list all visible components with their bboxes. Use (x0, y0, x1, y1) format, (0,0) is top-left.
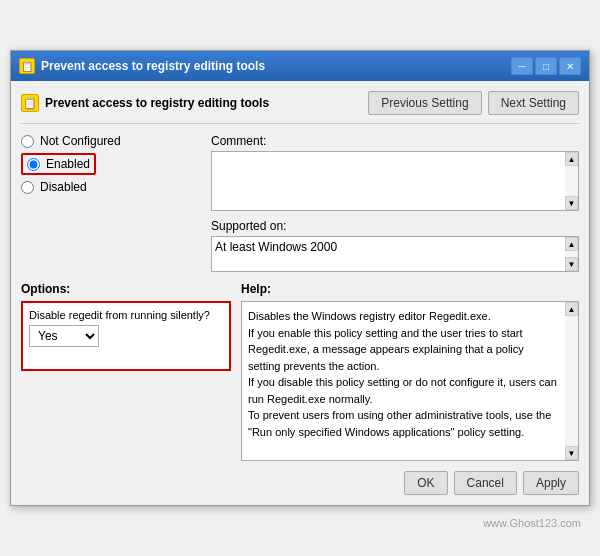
disabled-radio-item[interactable]: Disabled (21, 180, 201, 194)
supported-wrap: At least Windows 2000 ▲ ▼ (211, 236, 579, 272)
help-scroll-up[interactable]: ▲ (565, 302, 578, 316)
supported-value: At least Windows 2000 (211, 236, 565, 272)
main-window: 📋 Prevent access to registry editing too… (10, 50, 590, 506)
header-row: 📋 Prevent access to registry editing too… (21, 91, 579, 124)
title-bar-left: 📋 Prevent access to registry editing too… (19, 58, 265, 74)
action-buttons: OK Cancel Apply (21, 471, 579, 495)
enabled-radio[interactable] (27, 158, 40, 171)
comment-scroll-track (565, 166, 578, 196)
window-title: Prevent access to registry editing tools (41, 59, 265, 73)
enabled-label[interactable]: Enabled (46, 157, 90, 171)
options-help-row: Options: Disable regedit from running si… (21, 282, 579, 461)
supported-scroll-up[interactable]: ▲ (565, 237, 578, 251)
ok-button[interactable]: OK (404, 471, 447, 495)
help-content: Disables the Windows registry editor Reg… (241, 301, 565, 461)
comment-scrollbar-wrap: ▲ ▼ (211, 151, 579, 211)
header-buttons: Previous Setting Next Setting (368, 91, 579, 115)
supported-scroll-down[interactable]: ▼ (565, 257, 578, 271)
comment-area: Comment: ▲ ▼ Supported on: At least Wind… (211, 134, 579, 272)
supported-section: Supported on: At least Windows 2000 ▲ ▼ (211, 219, 579, 272)
close-button[interactable]: ✕ (559, 57, 581, 75)
yes-no-select[interactable]: Yes No (29, 325, 99, 347)
help-para-1: Disables the Windows registry editor Reg… (248, 308, 559, 325)
select-wrapper[interactable]: Yes No (29, 325, 99, 347)
top-section: Not Configured Enabled Disabled Comment: (21, 134, 579, 272)
option-question: Disable regedit from running silently? (29, 309, 223, 321)
help-scrollbar-wrap: Disables the Windows registry editor Reg… (241, 301, 579, 461)
cancel-button[interactable]: Cancel (454, 471, 517, 495)
help-para-3: If you disable this policy setting or do… (248, 374, 559, 407)
options-label: Options: (21, 282, 231, 296)
options-section: Options: Disable regedit from running si… (21, 282, 231, 461)
options-box: Disable regedit from running silently? Y… (21, 301, 231, 371)
help-label: Help: (241, 282, 579, 296)
next-setting-button[interactable]: Next Setting (488, 91, 579, 115)
not-configured-label[interactable]: Not Configured (40, 134, 121, 148)
help-para-4: To prevent users from using other admini… (248, 407, 559, 440)
help-section: Help: Disables the Windows registry edit… (241, 282, 579, 461)
not-configured-radio-item[interactable]: Not Configured (21, 134, 201, 148)
supported-label: Supported on: (211, 219, 579, 233)
window-icon: 📋 (19, 58, 35, 74)
help-scroll-track (565, 316, 578, 446)
comment-textarea[interactable] (211, 151, 565, 211)
supported-scrollbar[interactable]: ▲ ▼ (565, 236, 579, 272)
help-scroll-down[interactable]: ▼ (565, 446, 578, 460)
dialog-header-title: 📋 Prevent access to registry editing too… (21, 94, 269, 112)
comment-scroll-down[interactable]: ▼ (565, 196, 578, 210)
maximize-button[interactable]: □ (535, 57, 557, 75)
dialog-content: 📋 Prevent access to registry editing too… (11, 81, 589, 505)
comment-label: Comment: (211, 134, 579, 148)
title-bar-controls: ─ □ ✕ (511, 57, 581, 75)
not-configured-radio[interactable] (21, 135, 34, 148)
enabled-radio-item[interactable]: Enabled (21, 153, 96, 175)
minimize-button[interactable]: ─ (511, 57, 533, 75)
watermark: www.Ghost123.com (483, 517, 581, 529)
previous-setting-button[interactable]: Previous Setting (368, 91, 481, 115)
disabled-label[interactable]: Disabled (40, 180, 87, 194)
apply-button[interactable]: Apply (523, 471, 579, 495)
dialog-title-text: Prevent access to registry editing tools (45, 96, 269, 110)
header-icon: 📋 (21, 94, 39, 112)
comment-scrollbar[interactable]: ▲ ▼ (565, 151, 579, 211)
title-bar: 📋 Prevent access to registry editing too… (11, 51, 589, 81)
radio-panel: Not Configured Enabled Disabled (21, 134, 201, 272)
comment-scroll-up[interactable]: ▲ (565, 152, 578, 166)
help-para-2: If you enable this policy setting and th… (248, 325, 559, 375)
disabled-radio[interactable] (21, 181, 34, 194)
help-scrollbar[interactable]: ▲ ▼ (565, 301, 579, 461)
